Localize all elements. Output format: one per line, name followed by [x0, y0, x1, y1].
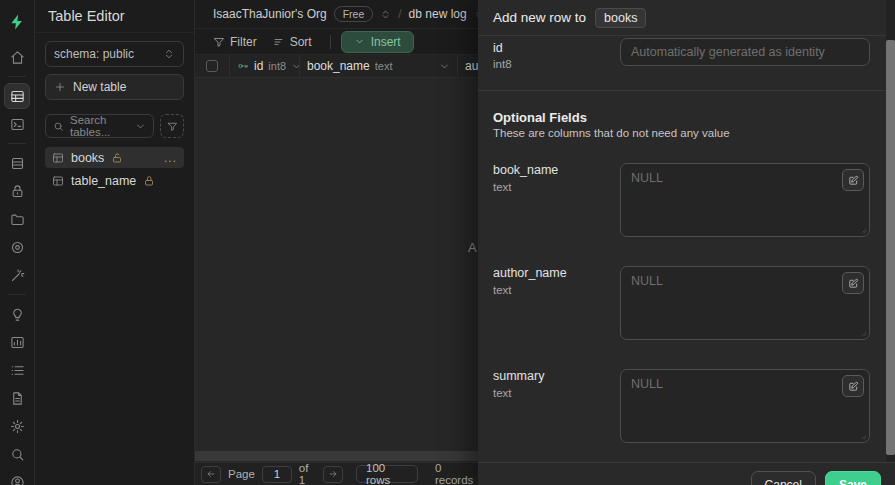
sort-label: Sort — [290, 35, 312, 49]
horizontal-scrollbar[interactable] — [195, 450, 478, 462]
panel-scrollbar-thumb[interactable] — [886, 40, 895, 455]
sidebar-item-books[interactable]: books ... — [45, 147, 184, 168]
new-table-label: New table — [73, 80, 126, 94]
auth-lock-icon[interactable] — [4, 178, 30, 204]
add-row-panel: Add new row to books id int8 Optional Fi… — [478, 0, 895, 485]
panel-scrollbar[interactable] — [886, 0, 895, 462]
realtime-icon[interactable] — [4, 262, 30, 288]
panel-header: Add new row to books — [478, 0, 895, 36]
rows-per-page-button[interactable]: 100 rows — [356, 465, 418, 483]
schema-select[interactable]: schema: public — [45, 41, 184, 67]
breadcrumb-separator: / — [398, 7, 401, 21]
field-name-id: id — [493, 41, 503, 55]
new-table-button[interactable]: New table — [45, 74, 184, 100]
optional-fields-title: Optional Fields — [493, 110, 587, 125]
next-page-button[interactable] — [323, 466, 343, 483]
book-name-textarea[interactable] — [620, 163, 870, 237]
field-type-author-name: text — [493, 284, 512, 296]
edit-pencil-icon — [848, 175, 859, 186]
chevron-down-icon — [135, 121, 146, 132]
funnel-icon — [167, 121, 178, 132]
table-icon — [52, 152, 64, 164]
search-icon — [53, 121, 64, 132]
field-type-book-name: text — [493, 181, 512, 193]
table-name-label: table_name — [71, 174, 136, 188]
chevrons-up-down-icon[interactable] — [380, 9, 391, 20]
row-menu-dots-icon[interactable]: ... — [164, 154, 177, 162]
column-header-author-name[interactable]: author_name — [458, 55, 478, 77]
column-name: id — [254, 59, 263, 73]
chevrons-up-down-icon — [163, 48, 175, 60]
sql-editor-icon[interactable] — [4, 111, 30, 137]
chevron-down-icon[interactable] — [291, 61, 300, 72]
nav-rail — [0, 0, 35, 485]
project-name[interactable]: db new log — [409, 7, 467, 21]
cancel-button[interactable]: Cancel — [751, 471, 816, 485]
edge-functions-icon[interactable] — [4, 234, 30, 260]
supabase-logo-icon[interactable] — [4, 9, 30, 35]
search-icon[interactable] — [4, 441, 30, 467]
id-field-input[interactable] — [620, 38, 870, 66]
prev-page-button[interactable] — [201, 466, 221, 483]
summary-textarea[interactable] — [620, 369, 870, 443]
database-icon[interactable] — [4, 150, 30, 176]
save-button[interactable]: Save — [825, 471, 881, 485]
funnel-icon — [213, 36, 225, 48]
field-name-author-name: author_name — [493, 266, 567, 280]
rail-divider — [8, 294, 26, 295]
org-name[interactable]: IsaacThaJunior's Org — [213, 7, 327, 21]
page-number-input[interactable] — [262, 466, 292, 483]
field-type-id: int8 — [493, 58, 512, 70]
page-title: Table Editor — [35, 0, 194, 33]
search-tables-placeholder: Search tables... — [70, 114, 129, 138]
page-total-label: of 1 — [299, 462, 316, 485]
expand-editor-button[interactable] — [842, 169, 864, 191]
expand-editor-button[interactable] — [842, 272, 864, 294]
optional-fields-subtitle: These are columns that do not need any v… — [493, 127, 730, 139]
storage-icon[interactable] — [4, 206, 30, 232]
advisors-lightbulb-icon[interactable] — [4, 301, 30, 327]
search-tables-input[interactable]: Search tables... — [45, 114, 154, 138]
pagination-bar: Page of 1 100 rows 0 records — [195, 462, 478, 485]
logs-list-icon[interactable] — [4, 357, 30, 383]
sort-button[interactable]: Sort — [265, 32, 320, 52]
field-name-summary: summary — [493, 369, 544, 383]
home-icon[interactable] — [4, 44, 30, 70]
insert-label: Insert — [371, 35, 401, 49]
author-name-field — [620, 266, 870, 340]
table-filter-button[interactable] — [160, 114, 184, 138]
reports-chart-icon[interactable] — [4, 329, 30, 355]
expand-editor-button[interactable] — [842, 375, 864, 397]
filter-label: Filter — [230, 35, 257, 49]
app-window: Table Editor schema: public New table — [0, 0, 895, 485]
grid-body: A — [195, 78, 478, 450]
summary-field — [620, 369, 870, 443]
column-header-book-name[interactable]: book_name text — [300, 55, 458, 77]
sort-lines-icon — [273, 36, 285, 48]
lock-icon — [143, 175, 155, 187]
book-name-field — [620, 163, 870, 237]
panel-divider — [478, 90, 886, 91]
column-name: book_name — [307, 59, 370, 73]
settings-gear-icon[interactable] — [4, 413, 30, 439]
resize-handle[interactable] — [859, 432, 867, 440]
filter-button[interactable]: Filter — [205, 32, 265, 52]
insert-button[interactable]: Insert — [341, 31, 414, 53]
api-docs-icon[interactable] — [4, 385, 30, 411]
column-header-id[interactable]: id int8 — [230, 55, 300, 77]
table-name-label: books — [71, 151, 104, 165]
account-avatar-icon[interactable] — [4, 469, 30, 485]
table-editor-icon[interactable] — [4, 83, 30, 109]
column-type: text — [375, 60, 393, 72]
sidebar-item-table-name[interactable]: table_name — [45, 170, 184, 191]
table-icon — [52, 175, 64, 187]
author-name-textarea[interactable] — [620, 266, 870, 340]
select-all-checkbox[interactable] — [195, 55, 230, 77]
grid-header-row: id int8 book_name text author_name — [195, 55, 478, 78]
resize-handle[interactable] — [859, 226, 867, 234]
horizontal-scrollbar-thumb[interactable] — [195, 451, 478, 461]
resize-handle[interactable] — [859, 329, 867, 337]
rail-divider — [8, 143, 26, 144]
chevron-down-icon[interactable] — [439, 61, 450, 72]
breadcrumb: IsaacThaJunior's Org Free / db new log /… — [195, 0, 478, 29]
